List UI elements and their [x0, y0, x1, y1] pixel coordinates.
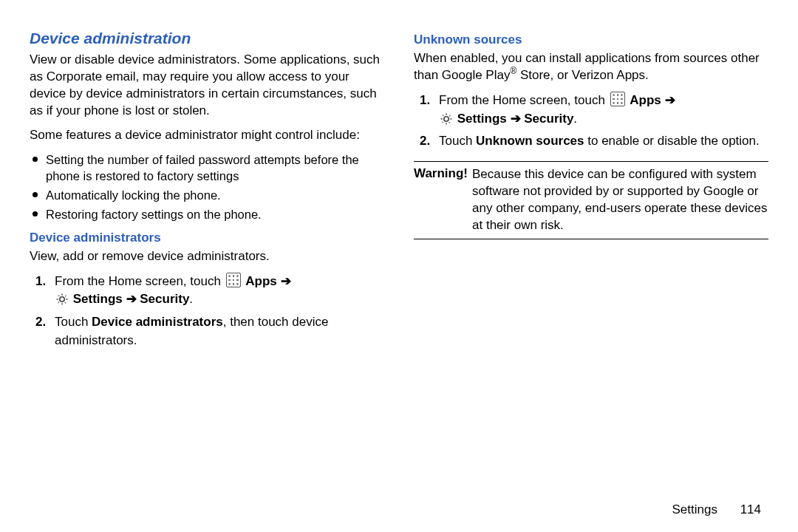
- feature-item: Restoring factory settings on the phone.: [46, 206, 384, 222]
- settings-label: Settings: [73, 292, 123, 306]
- device-administration-intro: View or disable device administrators. S…: [30, 52, 384, 120]
- warning-text: Because this device can be configured wi…: [472, 166, 768, 234]
- gear-icon: [56, 293, 68, 305]
- arrow-icon: ➔: [281, 274, 291, 288]
- unknown-sources-steps: From the Home screen, touch Apps ➔ Setti…: [414, 92, 768, 151]
- step-text: to enable or disable the option.: [584, 134, 760, 148]
- warning-label: Warning!: [414, 166, 468, 234]
- device-administrators-intro: View, add or remove device administrator…: [30, 248, 384, 265]
- features-lead: Some features a device administrator mig…: [30, 127, 384, 144]
- step-item: Touch Device administrators, then touch …: [55, 313, 384, 349]
- security-label: Security: [140, 292, 189, 306]
- device-administrators-steps: From the Home screen, touch Apps ➔ Setti…: [30, 273, 384, 350]
- footer-section: Settings: [672, 502, 717, 516]
- period: .: [189, 292, 193, 306]
- svg-point-1: [444, 116, 449, 120]
- step-text: From the Home screen, touch: [439, 93, 609, 107]
- features-list: Setting the number of failed password at…: [30, 151, 384, 223]
- security-label: Security: [524, 112, 573, 126]
- step-item: From the Home screen, touch Apps ➔ Setti…: [439, 92, 768, 128]
- feature-item: Automatically locking the phone.: [46, 187, 384, 203]
- apps-grid-icon: [610, 92, 625, 106]
- device-administrators-subheading: Device administrators: [30, 231, 384, 245]
- device-administration-heading: Device administration: [30, 30, 384, 47]
- left-column: Device administration View or disable de…: [30, 30, 384, 357]
- step-text: From the Home screen, touch: [55, 274, 225, 288]
- intro-text: Store, or Verizon Apps.: [516, 68, 649, 82]
- registered-mark-icon: ®: [510, 66, 516, 76]
- page: Device administration View or disable de…: [0, 0, 798, 532]
- right-column: Unknown sources When enabled, you can in…: [414, 30, 768, 357]
- unknown-sources-intro: When enabled, you can install applicatio…: [414, 50, 768, 84]
- gear-icon: [440, 113, 452, 125]
- step-item: Touch Unknown sources to enable or disab…: [439, 132, 768, 151]
- feature-item: Setting the number of failed password at…: [46, 151, 384, 185]
- footer-page-number: 114: [740, 502, 761, 516]
- page-footer: Settings 114: [672, 502, 761, 517]
- apps-grid-icon: [226, 273, 241, 287]
- apps-label: Apps: [630, 93, 661, 107]
- apps-label: Apps: [245, 274, 277, 288]
- svg-point-0: [60, 297, 64, 301]
- content-columns: Device administration View or disable de…: [30, 30, 768, 357]
- arrow-icon: ➔: [511, 112, 521, 126]
- step-bold: Device administrators: [92, 315, 223, 329]
- step-text: Touch: [55, 315, 92, 329]
- step-bold: Unknown sources: [476, 134, 584, 148]
- unknown-sources-heading: Unknown sources: [414, 33, 768, 47]
- settings-label: Settings: [457, 112, 507, 126]
- step-item: From the Home screen, touch Apps ➔ Setti…: [55, 273, 384, 309]
- step-text: Touch: [439, 134, 476, 148]
- period: .: [573, 112, 577, 126]
- arrow-icon: ➔: [665, 93, 675, 107]
- warning-block: Warning! Because this device can be conf…: [414, 161, 768, 239]
- arrow-icon: ➔: [126, 292, 137, 306]
